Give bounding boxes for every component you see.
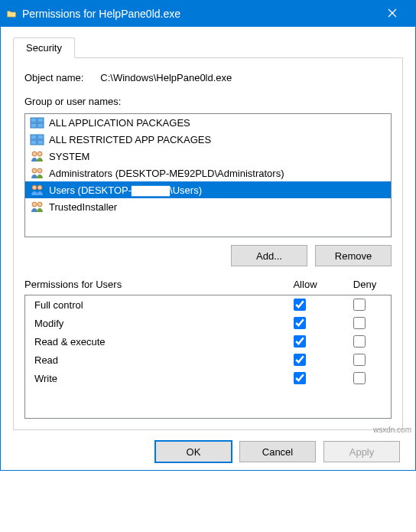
permissions-rows[interactable]: Full controlModifyRead & executeReadWrit… <box>25 295 391 418</box>
deny-checkbox[interactable] <box>353 335 366 348</box>
permissions-grid: Full controlModifyRead & executeReadWrit… <box>24 295 392 419</box>
permission-row: Read & execute <box>25 332 391 351</box>
object-name-label: Object name: <box>24 72 83 83</box>
permission-row: Write <box>25 369 391 387</box>
group-icon <box>30 201 45 213</box>
svg-rect-1 <box>37 118 44 122</box>
cancel-button[interactable]: Cancel <box>239 441 316 462</box>
list-item-label: ALL RESTRICTED APP PACKAGES <box>49 134 211 145</box>
window-title: Permissions for HelpPane0ld.exe <box>22 8 377 20</box>
tab-security[interactable]: Security <box>13 38 75 58</box>
apply-button[interactable]: Apply <box>323 441 400 462</box>
svg-point-8 <box>32 152 37 156</box>
group-icon <box>30 150 45 162</box>
close-icon <box>388 8 403 20</box>
permission-row: Full control <box>25 295 391 314</box>
remove-button[interactable]: Remove <box>315 245 392 266</box>
svg-rect-3 <box>37 123 44 128</box>
allow-checkbox[interactable] <box>294 317 306 329</box>
object-name-row: Object name: C:\Windows\HelpPane0ld.exe <box>24 72 392 83</box>
permission-row: Modify <box>25 314 391 332</box>
svg-rect-6 <box>31 140 37 145</box>
deny-checkbox[interactable] <box>353 317 366 329</box>
svg-point-15 <box>37 202 42 207</box>
list-item[interactable]: ALL RESTRICTED APP PACKAGES <box>25 131 391 148</box>
permissions-dialog: Permissions for HelpPane0ld.exe Security… <box>0 0 416 471</box>
list-item-label: Administrators (DESKTOP-ME92PLD\Administ… <box>49 168 284 179</box>
deny-checkbox[interactable] <box>353 372 366 384</box>
allow-checkbox[interactable] <box>294 354 306 366</box>
list-item[interactable]: ALL APPLICATION PACKAGES <box>25 114 391 131</box>
deny-checkbox[interactable] <box>353 354 366 366</box>
permissions-header: Permissions for Users Allow Deny <box>24 279 392 290</box>
permission-name: Read & execute <box>34 336 273 348</box>
group-list-label: Group or user names: <box>24 96 392 107</box>
close-button[interactable] <box>377 1 414 27</box>
svg-rect-5 <box>37 135 44 139</box>
permission-name: Modify <box>34 318 273 329</box>
permission-name: Read <box>34 354 273 366</box>
group-user-listbox[interactable]: ALL APPLICATION PACKAGESALL RESTRICTED A… <box>24 113 392 237</box>
packages-icon <box>30 133 45 145</box>
tab-strip: Security <box>13 38 403 58</box>
svg-point-11 <box>37 168 42 173</box>
client-area: Security Object name: C:\Windows\HelpPan… <box>1 27 415 470</box>
list-item-label: TrustedInstaller <box>49 201 117 213</box>
group-icon <box>30 167 45 179</box>
titlebar[interactable]: Permissions for HelpPane0ld.exe <box>1 1 415 27</box>
security-pane: Object name: C:\Windows\HelpPane0ld.exe … <box>13 58 403 430</box>
list-item-label: Users (DESKTOP-▇▇▇▇▇\Users) <box>49 184 202 196</box>
svg-point-9 <box>37 152 42 156</box>
svg-rect-4 <box>31 135 37 139</box>
deny-column-header: Deny <box>338 279 392 290</box>
watermark: wsxdn.com <box>373 426 411 434</box>
svg-point-14 <box>32 202 37 207</box>
permission-name: Full control <box>34 299 273 311</box>
list-item[interactable]: Users (DESKTOP-▇▇▇▇▇\Users) <box>25 181 391 198</box>
svg-point-12 <box>32 185 37 190</box>
allow-column-header: Allow <box>278 279 332 290</box>
allow-checkbox[interactable] <box>294 372 306 384</box>
allow-checkbox[interactable] <box>294 335 306 348</box>
ok-button[interactable]: OK <box>155 441 232 462</box>
object-name-value: C:\Windows\HelpPane0ld.exe <box>100 72 232 83</box>
list-item-label: ALL APPLICATION PACKAGES <box>49 117 190 129</box>
add-button[interactable]: Add... <box>231 245 307 266</box>
dialog-buttons: OK Cancel Apply <box>13 441 403 462</box>
list-item[interactable]: SYSTEM <box>25 148 391 165</box>
packages-icon <box>30 116 45 129</box>
svg-rect-7 <box>37 140 44 145</box>
svg-point-13 <box>37 185 42 190</box>
group-buttons: Add... Remove <box>24 245 392 266</box>
svg-rect-0 <box>31 118 37 122</box>
svg-rect-2 <box>31 123 37 128</box>
list-item-label: SYSTEM <box>49 151 89 162</box>
list-item[interactable]: TrustedInstaller <box>25 198 391 215</box>
list-item[interactable]: Administrators (DESKTOP-ME92PLD\Administ… <box>25 165 391 181</box>
permissions-for-label: Permissions for Users <box>24 279 278 290</box>
group-icon <box>30 184 45 196</box>
svg-point-10 <box>32 168 37 173</box>
deny-checkbox[interactable] <box>353 299 366 311</box>
permission-name: Write <box>34 373 273 384</box>
folder-icon <box>7 8 22 20</box>
permission-row: Read <box>25 351 391 369</box>
allow-checkbox[interactable] <box>294 299 306 311</box>
